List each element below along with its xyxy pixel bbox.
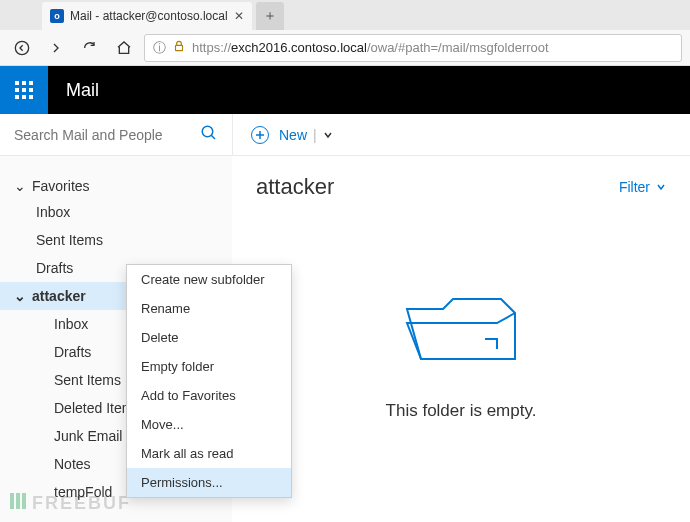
empty-text: This folder is empty.: [386, 401, 537, 421]
svg-rect-7: [29, 88, 33, 92]
toolbar: New |: [232, 114, 690, 155]
svg-point-11: [202, 126, 213, 137]
browser-nav-bar: ⓘ https://exch2016.contoso.local/owa/#pa…: [0, 30, 690, 66]
outlook-favicon: o: [50, 9, 64, 23]
browser-tab-bar: o Mail - attacker@contoso.local ✕ ＋: [0, 0, 690, 30]
search-placeholder: Search Mail and People: [14, 127, 163, 143]
divider: |: [311, 127, 319, 143]
sidebar-fav-item[interactable]: Sent Items: [0, 226, 232, 254]
content-pane: attacker Filter This folder is empty.: [232, 156, 690, 522]
search-box[interactable]: Search Mail and People: [0, 114, 232, 155]
info-icon[interactable]: ⓘ: [153, 39, 166, 57]
svg-rect-9: [22, 95, 26, 99]
waffle-icon: [14, 80, 34, 100]
url-bar[interactable]: ⓘ https://exch2016.contoso.local/owa/#pa…: [144, 34, 682, 62]
sidebar-fav-item[interactable]: Inbox: [0, 198, 232, 226]
browser-tab[interactable]: o Mail - attacker@contoso.local ✕: [42, 2, 252, 30]
svg-rect-10: [29, 95, 33, 99]
svg-line-12: [211, 135, 215, 139]
svg-rect-3: [22, 81, 26, 85]
chevron-down-icon: [656, 179, 666, 195]
command-row: Search Mail and People New |: [0, 114, 690, 156]
svg-rect-8: [15, 95, 19, 99]
new-button[interactable]: New: [279, 127, 307, 143]
watermark: FREEBUF: [10, 493, 131, 514]
ctx-permissions[interactable]: Permissions...: [127, 468, 291, 497]
home-button[interactable]: [110, 34, 138, 62]
filter-button[interactable]: Filter: [619, 179, 666, 195]
svg-rect-1: [176, 45, 183, 50]
filter-label: Filter: [619, 179, 650, 195]
ctx-empty-folder[interactable]: Empty folder: [127, 352, 291, 381]
close-tab-icon[interactable]: ✕: [234, 9, 244, 23]
url-text: https://exch2016.contoso.local/owa/#path…: [192, 40, 549, 55]
sidebar: ⌄ Favorites Inbox Sent Items Drafts ⌄ at…: [0, 156, 232, 522]
tab-title: Mail - attacker@contoso.local: [70, 9, 228, 23]
ctx-add-favorites[interactable]: Add to Favorites: [127, 381, 291, 410]
chevron-down-icon: ⌄: [14, 178, 24, 194]
new-tab-button[interactable]: ＋: [256, 2, 284, 30]
ctx-rename[interactable]: Rename: [127, 294, 291, 323]
back-button[interactable]: [8, 34, 36, 62]
svg-rect-2: [15, 81, 19, 85]
forward-button[interactable]: [42, 34, 70, 62]
search-icon[interactable]: [200, 124, 218, 145]
reload-button[interactable]: [76, 34, 104, 62]
plus-circle-icon: [251, 126, 269, 144]
chevron-down-icon: ⌄: [14, 288, 24, 304]
ctx-create-subfolder[interactable]: Create new subfolder: [127, 265, 291, 294]
context-menu: Create new subfolder Rename Delete Empty…: [126, 264, 292, 498]
app-launcher-button[interactable]: [0, 66, 48, 114]
svg-rect-4: [29, 81, 33, 85]
empty-folder-icon: [401, 279, 521, 369]
main-area: ⌄ Favorites Inbox Sent Items Drafts ⌄ at…: [0, 156, 690, 522]
ctx-mark-read[interactable]: Mark all as read: [127, 439, 291, 468]
svg-point-0: [15, 41, 28, 54]
favorites-header[interactable]: ⌄ Favorites: [0, 174, 232, 198]
ctx-delete[interactable]: Delete: [127, 323, 291, 352]
svg-rect-5: [15, 88, 19, 92]
empty-state: This folder is empty.: [256, 218, 666, 522]
ctx-move[interactable]: Move...: [127, 410, 291, 439]
app-header: Mail: [0, 66, 690, 114]
content-header: attacker Filter: [256, 174, 666, 200]
svg-rect-6: [22, 88, 26, 92]
folder-title: attacker: [256, 174, 334, 200]
new-dropdown-chevron-icon[interactable]: [323, 127, 333, 143]
favorites-label: Favorites: [32, 178, 90, 194]
app-title: Mail: [48, 80, 99, 101]
account-label: attacker: [32, 288, 86, 304]
security-warning-icon[interactable]: [172, 39, 186, 56]
